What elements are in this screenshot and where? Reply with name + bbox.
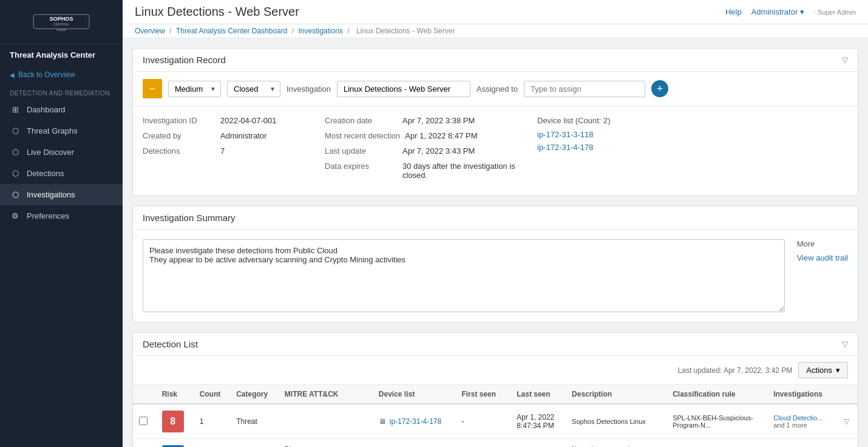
investigations-cell: Cloud Detectio... and 1 more [767, 404, 835, 439]
breadcrumb-overview[interactable]: Overview [135, 27, 165, 35]
actions-chevron-icon: ▾ [836, 366, 840, 375]
expand-cell: ▽ [835, 404, 858, 439]
first-seen-cell: Apr 1, 2022 4:54:51 PM [455, 439, 510, 448]
sidebar: SOPHOS CENTRAL Admin Threat Analysis Cen… [0, 0, 123, 447]
help-menu[interactable]: Help [725, 7, 742, 16]
sidebar-item-label: Dashboard [27, 105, 66, 114]
sidebar-item-detections[interactable]: ⬡ Detections [0, 163, 123, 184]
breadcrumb-tac[interactable]: Threat Analysis Center Dashboard [176, 27, 287, 35]
table-header-row: Risk Count Category MITRE ATT&CK Device … [133, 385, 858, 404]
sidebar-item-preferences[interactable]: ⚙ Preferences [0, 205, 123, 227]
creation-date-label: Creation date [325, 116, 398, 125]
severity-select[interactable]: Low Medium High Critical [168, 81, 221, 97]
investigation-links: Cloud Detectio... and 1 more [773, 414, 829, 429]
col-last-seen: Last seen [510, 385, 566, 404]
detections-icon: ⬡ [10, 169, 21, 178]
sidebar-item-label: Live Discover [27, 148, 74, 157]
collapse-investigation-icon[interactable]: ▽ [842, 55, 848, 64]
count-cell: 1 [194, 404, 231, 439]
sidebar-item-dashboard[interactable]: ⊞ Dashboard [0, 99, 123, 120]
live-discover-icon: ⬡ [10, 148, 21, 157]
device-link-1[interactable]: ip-172-31-3-118 [537, 130, 836, 139]
description-cell: Sophos Detections Linux [566, 404, 666, 439]
col-classification: Classification rule [666, 385, 767, 404]
investigation-link[interactable]: Cloud Detectio... [773, 414, 829, 421]
view-audit-trail-link[interactable]: View audit trail [797, 253, 848, 262]
risk-cell: 8 [156, 404, 194, 439]
severity-select-wrapper: Low Medium High Critical ▼ [168, 81, 221, 97]
sidebar-item-live-discover[interactable]: ⬡ Live Discover [0, 142, 123, 163]
page-title: Linux Detections - Web Server [135, 5, 299, 19]
detection-toolbar: Last updated: Apr 7, 2022, 3:42 PM Actio… [133, 356, 858, 385]
data-expires-value: 30 days after the investigation is close… [402, 162, 525, 180]
classification-cell: SPL-LNX-BEH-Suspicious-Program-N... [666, 404, 767, 439]
monitor-icon: 🖥 [379, 417, 386, 426]
content-area: Investigation Record ▽ − Low Medium High… [123, 38, 868, 447]
most-recent-label: Most recent detection [325, 131, 400, 140]
investigation-name-input[interactable] [337, 81, 470, 97]
breadcrumb-investigations[interactable]: Investigations [298, 27, 342, 35]
sidebar-item-investigations[interactable]: ⬡ Investigations [0, 184, 123, 205]
main-content: Linux Detections - Web Server Help Admin… [123, 0, 868, 447]
back-arrow-icon: ◀ [10, 72, 15, 78]
category-cell: Threat [230, 404, 279, 439]
creation-date-row: Creation date Apr 7, 2022 3:38 PM [325, 116, 525, 125]
col-first-seen: First seen [455, 385, 510, 404]
detection-table: Risk Count Category MITRE ATT&CK Device … [133, 385, 858, 447]
device-cell: 🖥 ip-172-31-4-178 [373, 404, 456, 439]
col-count: Count [194, 385, 231, 404]
sidebar-logo: SOPHOS CENTRAL Admin [0, 0, 123, 44]
detections-row: Detections 7 [143, 146, 313, 155]
admin-menu[interactable]: Administrator ▾ [751, 7, 804, 16]
detection-list-title: Detection List [143, 339, 198, 349]
investigation-more: and 1 more [773, 421, 829, 429]
status-select[interactable]: Open Closed On Hold [227, 81, 280, 97]
add-assign-button[interactable]: + [651, 80, 668, 97]
first-seen-cell: - [455, 404, 510, 439]
row-expand-icon[interactable]: ▽ [844, 417, 849, 426]
investigation-record-card: Investigation Record ▽ − Low Medium High… [132, 48, 858, 196]
super-admin-label: · Super Admin [814, 9, 856, 16]
more-label: More [797, 239, 848, 248]
back-to-overview[interactable]: ◀ Back to Overview [0, 66, 123, 84]
investigation-summary-header: Investigation Summary [133, 206, 858, 230]
investigations-icon: ⬡ [10, 190, 21, 199]
table-row: 4 6 Threat Discovery System Network Conf… [133, 439, 858, 448]
device-item: 🖥 ip-172-31-4-178 [379, 417, 450, 426]
actions-button[interactable]: Actions ▾ [798, 362, 848, 378]
investigations-cell: Network scan... and 1 more [767, 439, 835, 448]
minus-button[interactable]: − [143, 79, 162, 98]
col-description: Description [566, 385, 666, 404]
device-link-2[interactable]: ip-172-31-4-178 [537, 143, 836, 152]
most-recent-value: Apr 1, 2022 8:47 PM [405, 131, 477, 140]
device-list-title: Device list (Count: 2) [537, 116, 836, 125]
investigation-id-label: Investigation ID [143, 116, 215, 125]
table-row: 8 1 Threat 🖥 ip-172-31-4-178 - Apr 1, 20… [133, 404, 858, 439]
col-risk: Risk [156, 385, 194, 404]
back-label: Back to Overview [18, 70, 75, 79]
breadcrumb-current: Linux Detections - Web Server [356, 27, 455, 35]
sidebar-item-label: Preferences [27, 211, 69, 220]
sidebar-item-label: Investigations [27, 190, 75, 199]
summary-content: Please investigate these detections from… [133, 230, 858, 322]
summary-textarea[interactable]: Please investigate these detections from… [143, 239, 785, 312]
detections-label: Detections [143, 146, 215, 155]
last-update-label: Last update [325, 146, 398, 155]
last-updated-label: Last updated: Apr 7, 2022, 3:42 PM [678, 366, 793, 375]
collapse-detection-icon[interactable]: ▽ [842, 340, 848, 349]
device-link[interactable]: ip-172-31-4-178 [390, 417, 441, 426]
sidebar-item-threat-graphs[interactable]: ⬡ Threat Graphs [0, 120, 123, 142]
most-recent-row: Most recent detection Apr 1, 2022 8:47 P… [325, 131, 525, 140]
count-cell: 6 [194, 439, 231, 448]
creation-date-value: Apr 7, 2022 3:38 PM [402, 116, 475, 125]
assign-input[interactable] [524, 81, 645, 97]
status-select-wrapper: Open Closed On Hold ▼ [227, 81, 280, 97]
breadcrumb: Overview / Threat Analysis Center Dashbo… [123, 24, 868, 38]
mitre-cell: Discovery System Network Configuration D… [279, 439, 373, 448]
risk-badge: 8 [162, 411, 184, 432]
svg-text:Admin: Admin [56, 28, 67, 32]
mitre-cell [279, 404, 373, 439]
row-checkbox[interactable] [139, 417, 147, 425]
last-update-value: Apr 7, 2022 3:43 PM [402, 146, 475, 155]
classification-cell: EQL-EXEC-nmap [666, 439, 767, 448]
